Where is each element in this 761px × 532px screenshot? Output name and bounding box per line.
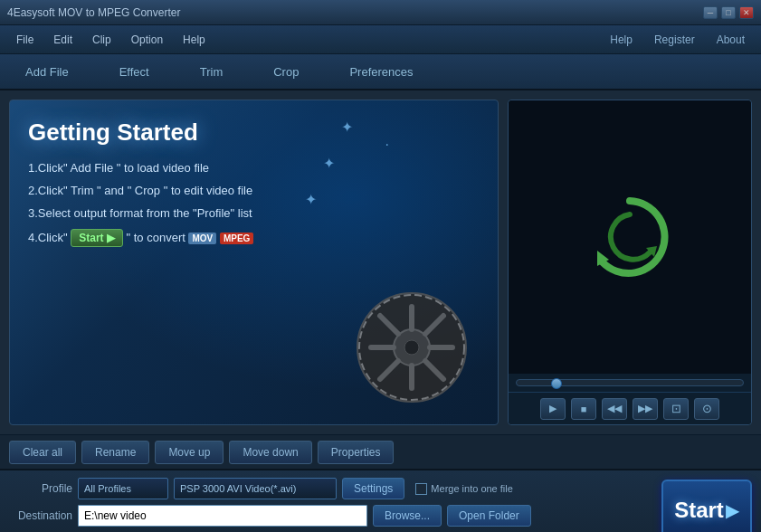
rewind-button[interactable]: ◀◀ (602, 398, 627, 420)
svg-point-2 (404, 340, 419, 355)
toolbar-effect[interactable]: Effect (112, 62, 157, 82)
app-title: 4Easysoft MOV to MPEG Converter (7, 6, 180, 19)
getting-started-panel: Getting Started 1.Click" Add File " to l… (9, 100, 499, 425)
move-up-button[interactable]: Move up (155, 441, 224, 464)
start-button[interactable]: Start ▶ (661, 480, 752, 532)
playback-controls: ▶ ■ ◀◀ ▶▶ ⊡ ⊙ (509, 392, 751, 424)
profile-label: Profile (9, 482, 72, 495)
mpeg-badge: MPEG (220, 233, 253, 244)
stop-button[interactable]: ■ (571, 398, 596, 420)
minimize-button[interactable]: ─ (703, 6, 718, 19)
menu-right: Help Register About (601, 30, 754, 50)
getting-started-title: Getting Started (28, 119, 480, 147)
start-arrow-icon: ▶ (726, 499, 739, 521)
snapshot-button[interactable]: ⊡ (663, 398, 689, 420)
maximize-button[interactable]: □ (721, 6, 736, 19)
move-down-button[interactable]: Move down (229, 441, 311, 464)
mov-badge: MOV (188, 233, 216, 244)
profile-row: Profile All Profiles PSP 3000 AVI Video(… (9, 478, 752, 499)
menu-left: File Edit Clip Option Help (7, 30, 214, 50)
destination-label: Destination (9, 509, 72, 522)
menu-clip[interactable]: Clip (83, 30, 120, 50)
toolbar-preferences[interactable]: Preferences (342, 62, 420, 82)
step-3: 3.Select output format from the "Profile… (28, 206, 480, 220)
bottom-wrapper: Profile All Profiles PSP 3000 AVI Video(… (0, 469, 761, 532)
preview-panel: ▶ ■ ◀◀ ▶▶ ⊡ ⊙ (508, 100, 752, 425)
destination-input[interactable] (78, 505, 367, 527)
format-dropdown[interactable]: PSP 3000 AVI Video(*.avi) (174, 478, 337, 499)
merge-check: Merge into one file (415, 483, 513, 495)
menu-help-right[interactable]: Help (601, 30, 642, 50)
toolbar: Add File Effect Trim Crop Preferences (0, 54, 761, 90)
toolbar-add-file[interactable]: Add File (18, 62, 76, 82)
menu-register[interactable]: Register (645, 30, 704, 50)
fast-forward-button[interactable]: ▶▶ (633, 398, 658, 420)
merge-checkbox[interactable] (415, 483, 427, 495)
menu-option[interactable]: Option (122, 30, 172, 50)
main-content: Getting Started 1.Click" Add File " to l… (0, 90, 761, 434)
clear-all-button[interactable]: Clear all (9, 441, 76, 464)
action-bar: Clear all Rename Move up Move down Prope… (0, 434, 761, 469)
close-button[interactable]: ✕ (739, 6, 754, 19)
play-button[interactable]: ▶ (540, 398, 566, 420)
toolbar-crop[interactable]: Crop (266, 62, 306, 82)
properties-button[interactable]: Properties (318, 441, 395, 464)
destination-row: Destination Browse... Open Folder (9, 505, 752, 527)
step-4: 4.Click" Start ▶ " to convert MOV MPEG (28, 229, 480, 247)
progress-thumb[interactable] (551, 378, 562, 389)
menu-about[interactable]: About (708, 30, 754, 50)
profile-dropdown[interactable]: All Profiles (78, 478, 168, 499)
film-reel-icon (353, 289, 471, 406)
settings-button[interactable]: Settings (342, 478, 404, 499)
merge-label: Merge into one file (431, 483, 513, 494)
open-folder-button[interactable]: Open Folder (447, 505, 531, 527)
step-1: 1.Click" Add File " to load video file (28, 161, 480, 175)
progress-track[interactable] (516, 379, 744, 386)
settings-button[interactable]: ⊙ (694, 398, 719, 420)
browse-button[interactable]: Browse... (373, 505, 442, 527)
progress-bar-area (509, 374, 751, 392)
step-2: 2.Click" Trim " and " Crop " to edit vid… (28, 184, 480, 197)
start-badge-inline: Start ▶ (71, 229, 123, 247)
menu-help[interactable]: Help (174, 30, 214, 50)
rename-button[interactable]: Rename (81, 441, 149, 464)
bottom-controls: Profile All Profiles PSP 3000 AVI Video(… (0, 469, 761, 532)
menu-file[interactable]: File (7, 30, 43, 50)
menu-edit[interactable]: Edit (44, 30, 81, 50)
title-bar: 4Easysoft MOV to MPEG Converter ─ □ ✕ (0, 0, 761, 25)
preview-area (509, 100, 751, 374)
start-button-label: Start (674, 498, 724, 523)
logo-icon (585, 192, 675, 282)
window-controls: ─ □ ✕ (703, 6, 754, 19)
toolbar-trim[interactable]: Trim (193, 62, 231, 82)
menu-bar: File Edit Clip Option Help Help Register… (0, 25, 761, 54)
